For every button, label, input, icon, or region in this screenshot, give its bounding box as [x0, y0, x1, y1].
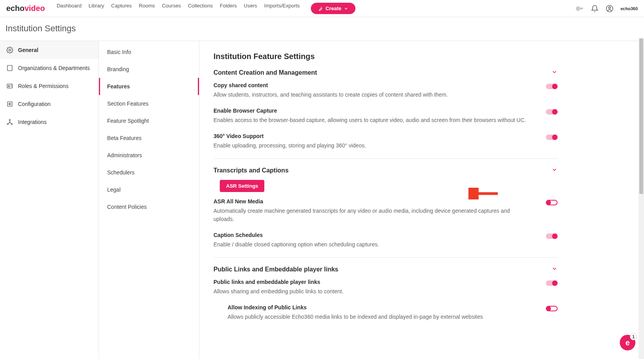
svg-point-23 [9, 119, 11, 120]
sidebar-primary: General Organizations & Departments Role… [0, 41, 99, 359]
layout: General Organizations & Departments Role… [0, 41, 644, 359]
asr-settings-button[interactable]: ASR Settings [220, 180, 264, 192]
nav-dashboard[interactable]: Dashboard [57, 3, 82, 14]
sidebar-item-label: Organizations & Departments [18, 65, 90, 71]
nav-library[interactable]: Library [89, 3, 104, 14]
setting-title: Public links and embeddable player links [213, 279, 530, 285]
toggle-copy-shared-content[interactable] [546, 84, 558, 89]
section-title: Transcripts and Captions [213, 167, 289, 174]
sidebar-item-roles[interactable]: Roles & Permissions [0, 77, 99, 95]
svg-rect-5 [7, 65, 12, 71]
setting-title: Enable Browser Capture [213, 108, 530, 114]
top-nav: echovideo Dashboard Library Captures Roo… [0, 0, 644, 17]
nav-links: Dashboard Library Captures Rooms Courses… [57, 3, 576, 14]
sidebar2-item-schedulers[interactable]: Schedulers [99, 164, 199, 181]
setting-desc: Allow students, instructors, and teachin… [213, 91, 530, 99]
sidebar-item-general[interactable]: General [0, 41, 99, 59]
svg-point-24 [7, 124, 8, 125]
sidebar-item-configuration[interactable]: Configuration [0, 95, 99, 113]
setting-desc: Allows publicly accessible Echo360 media… [228, 313, 530, 321]
toggle-360-video[interactable] [546, 135, 558, 140]
sidebar2-item-feature-spotlight[interactable]: Feature Spotlight [99, 112, 199, 129]
chevron-down-icon [551, 69, 558, 77]
setting-360-video: 360° Video Support Enable uploading, pro… [213, 133, 558, 150]
annotation-arrow-icon [468, 188, 500, 199]
setting-browser-capture: Enable Browser Capture Enables access to… [213, 108, 558, 124]
help-bubble-icon: e [625, 338, 630, 347]
help-badge: 1 [630, 333, 637, 340]
section-title: Content Creation and Management [213, 69, 317, 76]
setting-asr-all-new-media: ASR All New Media Automatically create m… [213, 198, 558, 223]
setting-title: Caption Schedules [213, 232, 530, 238]
setting-allow-indexing: Allow Indexing of Public Links Allows pu… [228, 304, 558, 321]
sidebar2-item-content-policies[interactable]: Content Policies [99, 198, 199, 215]
sidebar2-item-basic-info[interactable]: Basic Info [99, 43, 199, 61]
sidebar2-item-section-features[interactable]: Section Features [99, 95, 199, 112]
nav-courses[interactable]: Courses [162, 3, 181, 14]
create-label: Create [326, 5, 341, 11]
page-title: Institution Settings [0, 17, 644, 41]
section-header-content-creation[interactable]: Content Creation and Management [213, 69, 558, 77]
svg-point-16 [8, 85, 9, 86]
toggle-caption-schedules[interactable] [546, 233, 558, 239]
gear-icon[interactable] [576, 5, 584, 13]
setting-desc: Enable uploading, processing, storing an… [213, 142, 530, 150]
bell-icon[interactable] [591, 5, 599, 13]
logo-part1: echo [6, 4, 25, 13]
sidebar-item-integrations[interactable]: Integrations [0, 113, 99, 131]
create-button[interactable]: Create [311, 3, 355, 14]
nav-folders[interactable]: Folders [220, 3, 237, 14]
svg-rect-15 [7, 84, 13, 88]
divider [213, 257, 558, 258]
sidebar-secondary: Basic Info Branding Features Section Fea… [99, 41, 199, 359]
nav-collections[interactable]: Collections [188, 3, 213, 14]
user-icon[interactable] [606, 5, 614, 13]
sidebar-item-label: General [18, 47, 38, 53]
gear-icon [6, 47, 13, 54]
section-header-public-links[interactable]: Public Links and Embeddable player links [213, 266, 558, 273]
logo[interactable]: echovideo [6, 4, 45, 13]
brand-mini[interactable]: echo360 [621, 6, 638, 11]
sidebar2-item-beta-features[interactable]: Beta Features [99, 129, 199, 147]
setting-desc: Enables access to the browser-based capt… [213, 116, 530, 124]
scrollbar-thumb[interactable] [639, 38, 643, 194]
chevron-down-icon [551, 266, 558, 273]
nav-imports-exports[interactable]: Imports/Exports [264, 3, 300, 14]
sidebar-item-label: Configuration [18, 101, 50, 107]
toggle-browser-capture[interactable] [546, 109, 558, 115]
toggle-public-links[interactable] [546, 280, 558, 286]
sidebar-item-label: Roles & Permissions [18, 83, 68, 89]
svg-point-0 [578, 8, 579, 9]
chevron-down-icon [344, 6, 348, 11]
setting-title: Allow Indexing of Public Links [228, 304, 530, 311]
help-bubble[interactable]: e 1 [620, 335, 635, 350]
section-header-transcripts[interactable]: Transcripts and Captions [213, 167, 558, 174]
svg-point-4 [9, 49, 11, 51]
nav-users[interactable]: Users [244, 3, 257, 14]
main-title: Institution Feature Settings [213, 52, 558, 61]
sidebar2-item-branding[interactable]: Branding [99, 61, 199, 78]
toggle-allow-indexing[interactable] [546, 306, 558, 311]
toggle-asr-all-new-media[interactable] [546, 200, 558, 205]
list-icon [6, 101, 13, 108]
scrollbar[interactable] [639, 38, 644, 359]
nav-captures[interactable]: Captures [111, 3, 132, 14]
svg-marker-1 [581, 8, 583, 9]
sidebar-item-orgs[interactable]: Organizations & Departments [0, 59, 99, 77]
nav-rooms[interactable]: Rooms [139, 3, 155, 14]
svg-point-3 [608, 7, 610, 9]
chevron-down-icon [551, 167, 558, 174]
sidebar2-item-features[interactable]: Features [99, 78, 199, 95]
magic-wand-icon [318, 6, 323, 11]
nav-right: echo360 [576, 5, 638, 13]
divider [213, 158, 558, 159]
setting-public-links: Public links and embeddable player links… [213, 279, 558, 296]
svg-point-25 [11, 124, 13, 125]
main-content: Institution Feature Settings Content Cre… [199, 41, 644, 359]
sidebar2-item-administrators[interactable]: Administrators [99, 147, 199, 164]
logo-part2: video [25, 4, 45, 13]
setting-title: ASR All New Media [213, 198, 530, 205]
sidebar2-item-legal[interactable]: Legal [99, 181, 199, 198]
network-icon [6, 118, 13, 126]
sidebar-item-label: Integrations [18, 119, 47, 125]
